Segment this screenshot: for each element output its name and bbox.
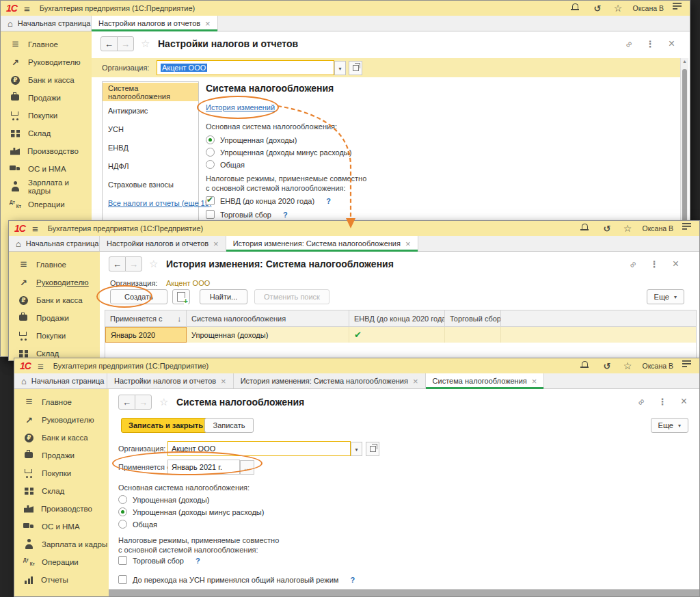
bell-icon[interactable]	[571, 3, 582, 14]
org-dropdown-button[interactable]	[334, 61, 346, 75]
sidebar-item[interactable]: Руководителю	[1, 53, 92, 71]
back-button[interactable]	[118, 395, 135, 410]
help-mark[interactable]: ?	[196, 557, 200, 565]
sidebar-item[interactable]: Зарплата и кадры	[14, 535, 109, 553]
sidebar-item[interactable]: Банк и касса	[14, 429, 109, 447]
tax-section-item[interactable]: Система налогообложения	[103, 83, 198, 101]
sidebar-item[interactable]: ОС и НМА	[1, 160, 92, 178]
create-copy-button[interactable]	[172, 289, 190, 304]
org-open-button[interactable]	[366, 442, 379, 456]
sidebar-item[interactable]: Продажи	[9, 309, 100, 327]
col-applies-from[interactable]: Применяется с	[105, 310, 187, 326]
find-button[interactable]: Найти...	[200, 289, 247, 304]
favorite-toggle-star-icon[interactable]	[141, 38, 150, 50]
more-dots-icon[interactable]	[658, 397, 667, 407]
close-window-icon[interactable]	[673, 258, 679, 269]
tax-section-item[interactable]: НДФЛ	[103, 157, 198, 175]
bell-icon[interactable]	[580, 223, 592, 234]
col-envd[interactable]: ЕНВД (до конца 2020 года)	[349, 310, 445, 326]
sidebar-item[interactable]: Банк и касса	[9, 291, 100, 309]
sidebar-item[interactable]: Производство	[14, 500, 109, 518]
tab-close-icon[interactable]	[221, 377, 226, 386]
sidebar-item[interactable]: Главное	[1, 36, 92, 53]
sidebar-item[interactable]: Банк и касса	[1, 71, 92, 89]
sidebar-item[interactable]: Производство	[1, 142, 92, 160]
sidebar-item[interactable]: Главное	[14, 393, 109, 411]
tax-section-item[interactable]: ЕНВД	[103, 138, 198, 157]
history-icon[interactable]	[601, 360, 612, 371]
all-taxes-link[interactable]: Все налоги и отчеты (еще 15)	[108, 199, 211, 207]
favorites-star-icon[interactable]	[621, 223, 633, 234]
sidebar-item[interactable]: Руководителю	[14, 411, 109, 429]
get-link-icon[interactable]	[636, 396, 647, 407]
forward-button[interactable]	[117, 36, 134, 51]
history-icon[interactable]	[601, 223, 612, 234]
save-close-button[interactable]: Записать и закрыть	[121, 418, 211, 433]
more-dots-icon[interactable]	[650, 259, 659, 269]
applies-from-field[interactable]: Январь 2021 г.	[167, 460, 240, 475]
help-mark[interactable]: ?	[326, 197, 331, 205]
radio-option[interactable]: Общая	[118, 520, 157, 529]
favorite-toggle-star-icon[interactable]	[159, 396, 168, 408]
radio-option[interactable]: Упрощенная (доходы минус расходы)	[118, 507, 264, 516]
checkbox-option[interactable]: Торговый сбор ?	[206, 210, 288, 219]
back-button[interactable]	[109, 256, 126, 271]
sidebar-item[interactable]: Покупки	[9, 327, 100, 345]
org-input[interactable]: Акцент ООО	[157, 60, 334, 75]
create-button[interactable]: Создать	[110, 289, 167, 304]
sidebar-item[interactable]: Покупки	[1, 107, 92, 124]
tab-close-icon[interactable]	[205, 19, 211, 28]
more-button[interactable]: Еще	[647, 289, 684, 304]
sidebar-item[interactable]: Продажи	[1, 89, 92, 107]
sidebar-item[interactable]: Зарплата и кадры	[1, 178, 92, 196]
org-open-button[interactable]	[349, 61, 362, 75]
close-window-icon[interactable]	[669, 38, 675, 49]
service-menu-icon[interactable]	[682, 223, 694, 234]
org-input[interactable]: Акцент ООО	[167, 441, 351, 456]
document-tab[interactable]: История изменения: Система налогообложен…	[234, 373, 426, 388]
sidebar-item[interactable]: Операции	[1, 196, 92, 213]
tab-close-icon[interactable]	[213, 239, 219, 248]
help-mark[interactable]: ?	[350, 576, 355, 584]
more-dots-icon[interactable]	[646, 39, 655, 49]
forward-button[interactable]	[125, 256, 142, 271]
tax-section-item[interactable]: Страховые взносы	[103, 175, 198, 194]
cell-trade-fee[interactable]	[445, 327, 501, 343]
scroll-up-icon[interactable]: ▲	[682, 59, 687, 64]
col-tax-system[interactable]: Система налогообложения	[187, 310, 349, 326]
cell-tax-system[interactable]: Упрощенная (доходы)	[187, 327, 349, 343]
tax-section-item[interactable]: Антикризис	[103, 101, 198, 120]
bell-icon[interactable]	[580, 360, 592, 371]
get-link-icon[interactable]	[628, 258, 638, 269]
user-name[interactable]: Оксана В	[642, 224, 673, 233]
favorites-star-icon[interactable]	[621, 360, 633, 371]
sidebar-item[interactable]: Склад	[14, 482, 109, 500]
hamburger-icon[interactable]	[24, 3, 30, 14]
user-name[interactable]: Оксана В	[632, 4, 664, 12]
favorites-star-icon[interactable]	[612, 3, 623, 14]
sidebar-item[interactable]: Отчеты	[14, 571, 109, 589]
checkbox-option[interactable]: ЕНВД (до конца 2020 года) ?	[206, 196, 331, 205]
history-link[interactable]: История изменений	[206, 103, 275, 111]
sidebar-item[interactable]: Продажи	[14, 447, 109, 464]
forward-button[interactable]	[135, 395, 152, 410]
sidebar-item[interactable]: Операции	[14, 553, 109, 571]
tab-home[interactable]: Начальная страница	[14, 373, 107, 388]
hamburger-icon[interactable]	[38, 361, 44, 371]
cell-applies-from[interactable]: Январь 2020	[105, 327, 187, 343]
sidebar-item[interactable]: ОС и НМА	[14, 518, 109, 535]
document-tab[interactable]: Настройки налогов и отчетов	[92, 16, 218, 31]
sidebar-item[interactable]: Руководителю	[9, 274, 100, 291]
radio-option[interactable]: Общая	[206, 160, 245, 169]
tab-close-icon[interactable]	[532, 377, 537, 386]
checkbox-option[interactable]: До перехода на УСН применялся общий нало…	[118, 575, 355, 584]
tab-close-icon[interactable]	[413, 377, 418, 386]
cancel-search-button[interactable]: Отменить поиск	[254, 289, 329, 304]
tax-section-item[interactable]: УСН	[103, 120, 198, 138]
tab-home[interactable]: Начальная страница	[9, 236, 100, 251]
service-menu-icon[interactable]	[682, 360, 694, 371]
sidebar-item[interactable]: Главное	[9, 256, 100, 274]
applies-ellipsis-button[interactable]: ...	[240, 460, 254, 475]
close-window-icon[interactable]	[681, 396, 687, 407]
tab-close-icon[interactable]	[405, 239, 411, 248]
